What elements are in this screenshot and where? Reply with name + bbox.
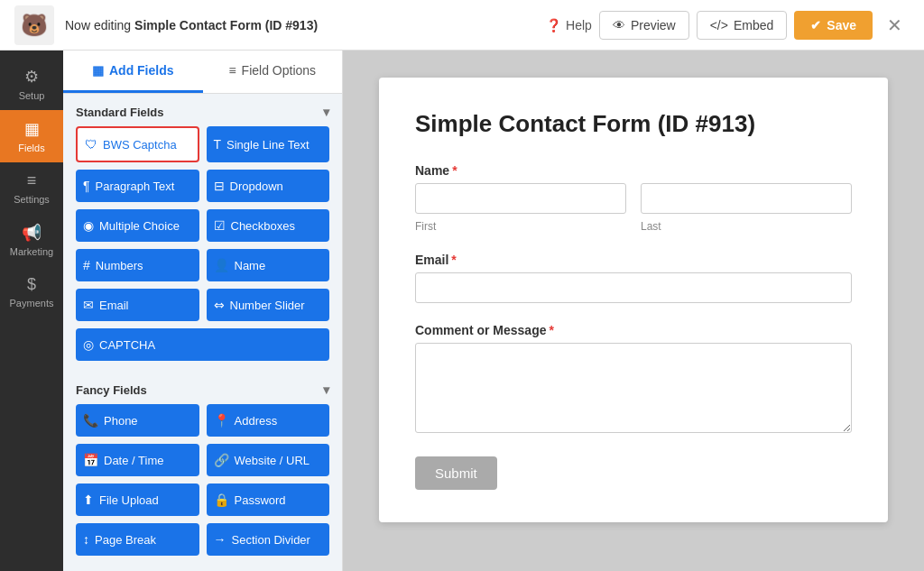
top-bar-actions: ❓ Help 👁 Preview </> Embed ✔ Save ✕ xyxy=(546,11,910,40)
email-field-group: Email* xyxy=(415,253,852,303)
name-label: Name* xyxy=(415,163,852,178)
email-input[interactable] xyxy=(415,272,852,303)
help-icon: ❓ xyxy=(546,18,561,32)
tab-add-fields[interactable]: ▦ Add Fields xyxy=(63,51,203,93)
sidebar-label-payments: Payments xyxy=(10,298,54,309)
sidebar-item-payments[interactable]: $ Payments xyxy=(0,266,63,318)
field-btn-email[interactable]: ✉ Email xyxy=(76,289,199,321)
fields-panel: ▦ Add Fields ≡ Field Options Standard Fi… xyxy=(63,51,343,571)
message-label: Comment or Message* xyxy=(415,323,852,337)
name-inputs-row xyxy=(415,183,852,214)
fancy-fields-grid: 📞 Phone 📍 Address 📅 Date / Time 🔗 Websit… xyxy=(63,404,342,566)
sidebar-label-settings: Settings xyxy=(14,194,50,205)
field-btn-name[interactable]: 👤 Name xyxy=(207,249,330,281)
message-field-group: Comment or Message* xyxy=(415,323,852,437)
single-line-text-icon: T xyxy=(214,137,222,152)
field-btn-numbers[interactable]: # Numbers xyxy=(76,249,199,281)
sidebar-item-settings[interactable]: ≡ Settings xyxy=(0,162,63,214)
sidebar-nav: ⚙ Setup ▦ Fields ≡ Settings 📢 Marketing … xyxy=(0,51,63,571)
preview-button[interactable]: 👁 Preview xyxy=(599,11,689,40)
payments-icon: $ xyxy=(27,275,36,294)
website-url-icon: 🔗 xyxy=(214,453,229,467)
chevron-down-icon-fancy: ▾ xyxy=(323,382,329,397)
message-textarea[interactable] xyxy=(415,343,852,433)
form-card: Simple Contact Form (ID #913) Name* Firs… xyxy=(379,78,888,522)
section-divider-icon: → xyxy=(214,532,226,547)
multiple-choice-icon: ◉ xyxy=(83,218,94,233)
marketing-icon: 📢 xyxy=(22,223,42,243)
dropdown-icon: ⊟ xyxy=(214,179,225,193)
form-preview-area: Simple Contact Form (ID #913) Name* Firs… xyxy=(343,51,924,571)
sidebar-label-fields: Fields xyxy=(18,143,44,153)
first-sublabel: First xyxy=(415,220,626,233)
page-break-icon: ↕ xyxy=(83,532,89,547)
sidebar-label-marketing: Marketing xyxy=(10,246,53,257)
help-button[interactable]: ❓ Help xyxy=(546,18,592,32)
field-btn-number-slider[interactable]: ⇔ Number Slider xyxy=(207,289,330,321)
field-btn-checkboxes[interactable]: ☑ Checkboxes xyxy=(207,209,330,242)
field-btn-address[interactable]: 📍 Address xyxy=(207,404,330,437)
bws-captcha-icon: 🛡 xyxy=(85,137,97,152)
field-btn-single-line-text[interactable]: T Single Line Text xyxy=(207,126,330,162)
settings-icon: ≡ xyxy=(27,171,37,190)
embed-button[interactable]: </> Embed xyxy=(697,11,788,40)
editing-title: Now editing Simple Contact Form (ID #913… xyxy=(65,18,535,32)
app-logo: 🐻 xyxy=(14,5,54,45)
standard-fields-header[interactable]: Standard Fields ▾ xyxy=(63,94,342,126)
submit-button[interactable]: Submit xyxy=(415,456,497,490)
checkboxes-icon: ☑ xyxy=(214,218,226,233)
field-btn-bws-captcha[interactable]: 🛡 BWS Captcha xyxy=(76,126,199,162)
sidebar-item-fields[interactable]: ▦ Fields xyxy=(0,110,63,162)
captcha-icon: ◎ xyxy=(83,337,94,352)
number-slider-icon: ⇔ xyxy=(214,298,225,312)
top-bar: 🐻 Now editing Simple Contact Form (ID #9… xyxy=(0,0,924,51)
sidebar-item-setup[interactable]: ⚙ Setup xyxy=(0,58,63,110)
field-btn-multiple-choice[interactable]: ◉ Multiple Choice xyxy=(76,209,199,242)
sidebar-label-setup: Setup xyxy=(19,90,45,101)
name-icon: 👤 xyxy=(214,258,229,272)
field-btn-dropdown[interactable]: ⊟ Dropdown xyxy=(207,170,330,202)
name-field-group: Name* First Last xyxy=(415,163,852,233)
last-sublabel: Last xyxy=(641,220,852,233)
address-icon: 📍 xyxy=(214,413,229,428)
name-first-input[interactable] xyxy=(415,183,626,214)
password-icon: 🔒 xyxy=(214,493,229,507)
field-options-icon: ≡ xyxy=(228,63,236,78)
gear-icon: ⚙ xyxy=(24,67,39,87)
check-icon: ✔ xyxy=(810,18,821,32)
email-label: Email* xyxy=(415,253,852,267)
main-content: ⚙ Setup ▦ Fields ≡ Settings 📢 Marketing … xyxy=(0,51,924,571)
field-btn-section-divider[interactable]: → Section Divider xyxy=(207,523,330,556)
file-upload-icon: ⬆ xyxy=(83,493,94,507)
field-btn-phone[interactable]: 📞 Phone xyxy=(76,404,199,437)
field-btn-file-upload[interactable]: ⬆ File Upload xyxy=(76,484,199,516)
field-btn-password[interactable]: 🔒 Password xyxy=(207,484,330,516)
eye-icon: 👁 xyxy=(613,18,625,32)
field-btn-page-break[interactable]: ↕ Page Break xyxy=(76,523,199,556)
save-button[interactable]: ✔ Save xyxy=(794,11,873,40)
standard-fields-grid: 🛡 BWS Captcha T Single Line Text ¶ Parag… xyxy=(63,126,342,372)
email-icon: ✉ xyxy=(83,298,94,312)
add-fields-icon: ▦ xyxy=(92,63,104,78)
tab-field-options[interactable]: ≡ Field Options xyxy=(203,51,343,93)
fancy-fields-header[interactable]: Fancy Fields ▾ xyxy=(63,372,342,404)
numbers-icon: # xyxy=(83,258,90,272)
panel-tabs: ▦ Add Fields ≡ Field Options xyxy=(63,51,342,94)
close-button[interactable]: ✕ xyxy=(880,11,910,40)
field-btn-paragraph-text[interactable]: ¶ Paragraph Text xyxy=(76,170,199,202)
field-btn-date-time[interactable]: 📅 Date / Time xyxy=(76,444,199,476)
name-last-input[interactable] xyxy=(641,183,852,214)
code-icon: </> xyxy=(710,18,728,32)
chevron-down-icon: ▾ xyxy=(323,105,329,119)
fields-icon: ▦ xyxy=(24,119,40,139)
paragraph-text-icon: ¶ xyxy=(83,179,90,193)
name-sublabels: First Last xyxy=(415,217,852,233)
field-btn-captcha[interactable]: ◎ CAPTCHA xyxy=(76,328,329,361)
date-time-icon: 📅 xyxy=(83,453,98,467)
form-title: Simple Contact Form (ID #913) xyxy=(415,110,852,138)
field-btn-website-url[interactable]: 🔗 Website / URL xyxy=(207,444,330,476)
phone-icon: 📞 xyxy=(83,413,98,428)
sidebar-item-marketing[interactable]: 📢 Marketing xyxy=(0,214,63,266)
